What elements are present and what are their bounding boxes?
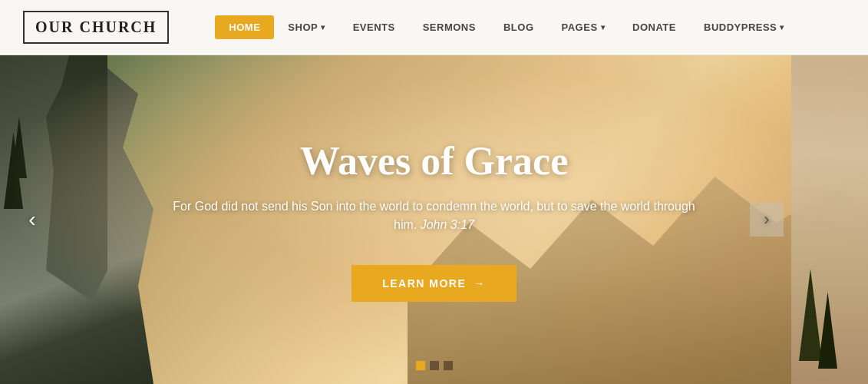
- chevron-down-icon: ▾: [601, 23, 606, 31]
- logo-text: OUR CHURCH: [35, 18, 157, 35]
- nav-item-events[interactable]: EVENTS: [339, 15, 409, 39]
- chevron-down-icon: ▾: [321, 23, 325, 31]
- slide-dot-1[interactable]: [416, 361, 425, 370]
- main-nav: HOME SHOP ▾ EVENTS SERMONS BLOG PAGES ▾ …: [215, 15, 797, 39]
- nav-item-sermons[interactable]: SERMONS: [409, 15, 490, 39]
- slide-content: Waves of Grace For God did not send his …: [0, 55, 868, 384]
- hero-slider: ‹ Waves of Grace For God did not send hi…: [0, 55, 868, 384]
- next-slide-button[interactable]: ›: [750, 203, 784, 237]
- nav-item-pages[interactable]: PAGES ▾: [548, 15, 619, 39]
- slide-subtitle: For God did not send his Son into the wo…: [166, 197, 703, 234]
- slide-title: Waves of Grace: [300, 138, 568, 184]
- chevron-down-icon: ▾: [780, 23, 784, 31]
- logo-box[interactable]: OUR CHURCH: [23, 11, 169, 44]
- nav-item-home[interactable]: HOME: [215, 15, 274, 39]
- nav-item-buddypress[interactable]: BUDDYPRESS ▾: [690, 15, 798, 39]
- prev-slide-button[interactable]: ‹: [15, 203, 49, 237]
- slide-dot-2[interactable]: [430, 361, 439, 370]
- nav-item-donate[interactable]: DONATE: [619, 15, 690, 39]
- header: OUR CHURCH HOME SHOP ▾ EVENTS SERMONS BL…: [0, 0, 868, 55]
- slide-dot-3[interactable]: [444, 361, 453, 370]
- nav-item-shop[interactable]: SHOP ▾: [274, 15, 338, 39]
- learn-more-button[interactable]: LEARN MORE →: [351, 265, 517, 302]
- slide-indicators: [416, 361, 453, 370]
- nav-item-blog[interactable]: BLOG: [490, 15, 548, 39]
